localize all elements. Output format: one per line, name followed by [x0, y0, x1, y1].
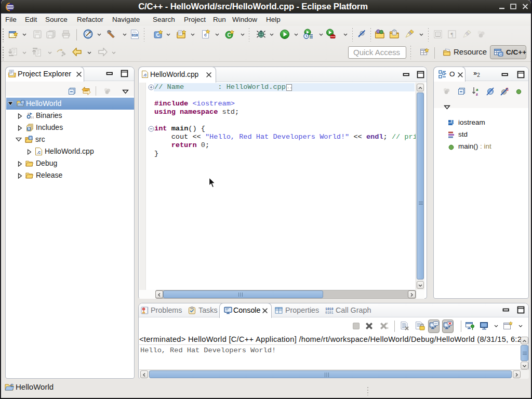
svg-text:01: 01 — [31, 116, 34, 119]
svg-text:¶: ¶ — [451, 31, 454, 37]
svg-text:C: C — [10, 383, 14, 388]
svg-text:h: h — [28, 127, 30, 130]
svg-text:010: 010 — [131, 33, 138, 37]
svg-text:C: C — [499, 52, 502, 57]
svg-text:C: C — [21, 100, 24, 104]
svg-text:.c: .c — [37, 150, 41, 155]
svg-text:0101: 0101 — [325, 311, 334, 314]
svg-text:z: z — [476, 91, 478, 96]
svg-text:c: c — [204, 32, 207, 37]
svg-text:C: C — [227, 32, 231, 38]
svg-text:c: c — [30, 136, 32, 140]
svg-text:.c: .c — [143, 72, 147, 77]
